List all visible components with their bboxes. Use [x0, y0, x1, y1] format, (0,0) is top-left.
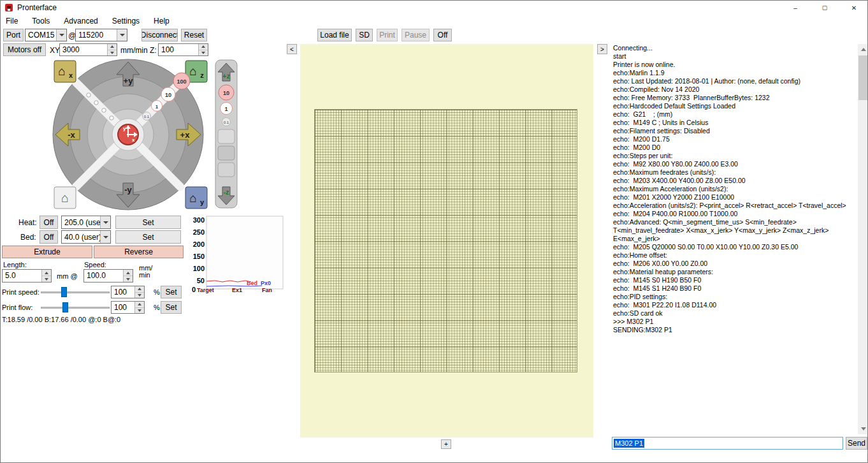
bed-off-button[interactable]: Off [40, 230, 58, 244]
print-flow-set-button[interactable]: Set [161, 301, 182, 314]
scroll-up-icon[interactable] [858, 44, 868, 55]
svg-text:+x: +x [180, 130, 191, 140]
port-select[interactable]: COM15 [25, 29, 67, 41]
home-icon: ⌂ [189, 191, 196, 205]
spin-up-icon[interactable] [42, 270, 51, 276]
bed-temp-select[interactable]: 40.0 (user) [61, 230, 111, 244]
chevron-down-icon[interactable] [100, 231, 110, 243]
close-button[interactable]: ✕ [839, 1, 868, 15]
jog-pad[interactable]: ⌂ x ⌂ z ⌂ ⌂ y +y -y -x [50, 57, 211, 212]
xy-feedrate-spinner[interactable]: 3000 [59, 43, 117, 56]
spin-up-icon[interactable] [135, 286, 144, 293]
jog-center-button[interactable]: y x [112, 119, 144, 151]
extrude-length-spinner[interactable]: 5.0 [2, 269, 52, 283]
print-speed-slider[interactable] [41, 287, 110, 297]
chevron-down-icon[interactable] [117, 29, 127, 41]
build-plate-grid[interactable] [314, 109, 577, 372]
print-flow-slider[interactable] [41, 302, 110, 312]
spin-up-icon[interactable] [199, 44, 208, 50]
add-custom-button[interactable]: + [441, 439, 451, 449]
heat-set-button[interactable]: Set [115, 216, 181, 229]
slider-thumb[interactable] [62, 302, 68, 312]
spin-down-icon[interactable] [135, 293, 144, 298]
jog-step-100[interactable]: 100 [173, 73, 190, 89]
svg-text:y: y [123, 126, 126, 131]
menu-settings[interactable]: Settings [105, 15, 147, 27]
z-jog-bar[interactable]: +z 10 1 0.1 -z [215, 59, 238, 209]
load-file-button[interactable]: Load file [317, 29, 352, 41]
baud-select-value: 115200 [76, 31, 117, 40]
z-step-01[interactable]: 0.1 [222, 118, 231, 126]
spin-up-icon[interactable] [108, 44, 117, 50]
menubar: File Tools Advanced Settings Help [1, 15, 867, 27]
baud-select[interactable]: 115200 [75, 29, 127, 41]
spin-up-icon[interactable] [135, 302, 144, 308]
jog-step-01[interactable]: 0.1 [143, 112, 151, 121]
z-step-1[interactable]: 1 [221, 103, 233, 115]
reverse-button[interactable]: Reverse [94, 246, 184, 258]
maximize-button[interactable]: ▢ [810, 1, 839, 15]
print-speed-set-button[interactable]: Set [161, 286, 182, 298]
log-line: echo:Maximum feedrates (units/s): [611, 168, 858, 177]
disconnect-button[interactable]: Disconnect [141, 29, 178, 41]
collapse-right-button[interactable]: > [597, 44, 607, 54]
spin-down-icon[interactable] [108, 50, 117, 56]
speed-label: Speed: [84, 261, 106, 268]
menu-file[interactable]: File [1, 15, 25, 27]
reset-button[interactable]: Reset [181, 29, 207, 41]
collapse-left-button[interactable]: < [287, 44, 297, 54]
print-speed-label: Print speed: [2, 288, 40, 296]
chevron-down-icon[interactable] [56, 29, 66, 41]
legend-px0: Px0 [261, 280, 271, 286]
mm-min-label: mm/min [139, 265, 152, 279]
log-line: Connecting... [611, 44, 858, 52]
z-segment[interactable] [218, 146, 235, 160]
jog-step-10[interactable]: 10 [161, 87, 175, 101]
bed-set-button[interactable]: Set [115, 230, 181, 244]
z-step-10[interactable]: 10 [219, 85, 234, 100]
log-output[interactable]: Connecting...startPrinter is now online.… [611, 44, 858, 434]
build-view[interactable] [300, 44, 593, 437]
log-line: echo:Maximum Acceleration (units/s2): [611, 185, 858, 193]
z-segment[interactable] [218, 129, 235, 143]
menu-help[interactable]: Help [147, 15, 177, 27]
heat-temp-select[interactable]: 205.0 (user) [61, 216, 111, 229]
svg-text:1: 1 [156, 104, 159, 110]
menu-tools[interactable]: Tools [25, 15, 57, 27]
extrude-button[interactable]: Extrude [2, 246, 92, 258]
port-button[interactable]: Port [3, 29, 24, 41]
print-button[interactable]: Print [377, 29, 398, 41]
temp-status: T:18.59 /0.00 B:17.66 /0.00 @:0 B@:0 [2, 316, 120, 323]
print-speed-spinner[interactable]: 100 [111, 286, 145, 298]
off-button[interactable]: Off [433, 29, 452, 41]
home-y-button[interactable]: ⌂ y [185, 187, 207, 209]
spin-down-icon[interactable] [135, 308, 144, 314]
scrollbar-thumb[interactable] [858, 55, 868, 100]
extrude-speed-spinner[interactable]: 100.0 [83, 269, 133, 283]
home-all-button[interactable]: ⌂ [54, 187, 76, 209]
jog-step-1[interactable]: 1 [152, 101, 163, 112]
spin-down-icon[interactable] [124, 276, 133, 282]
slider-thumb[interactable] [61, 287, 67, 297]
send-button[interactable]: Send [846, 437, 867, 450]
menu-advanced[interactable]: Advanced [57, 15, 105, 27]
spin-up-icon[interactable] [124, 270, 133, 276]
scroll-down-icon[interactable] [858, 423, 868, 434]
pause-button[interactable]: Pause [401, 29, 430, 41]
spin-down-icon[interactable] [199, 50, 208, 56]
chevron-down-icon[interactable] [100, 216, 110, 228]
command-input[interactable]: M302 P1 [612, 437, 843, 450]
home-x-button[interactable]: ⌂ x [54, 61, 76, 82]
z-segment[interactable] [218, 163, 235, 177]
log-scrollbar[interactable] [858, 44, 868, 434]
minimize-button[interactable]: – [781, 1, 810, 15]
percent-label: % [154, 288, 160, 296]
z-feedrate-spinner[interactable]: 100 [158, 43, 208, 56]
sd-button[interactable]: SD [356, 29, 373, 41]
svg-text:10: 10 [223, 90, 229, 96]
motors-off-button[interactable]: Motors off [3, 43, 46, 56]
heat-off-button[interactable]: Off [40, 216, 58, 229]
spin-down-icon[interactable] [42, 276, 51, 282]
print-flow-spinner[interactable]: 100 [111, 301, 145, 314]
xy-feedrate-value: 3000 [60, 44, 107, 55]
